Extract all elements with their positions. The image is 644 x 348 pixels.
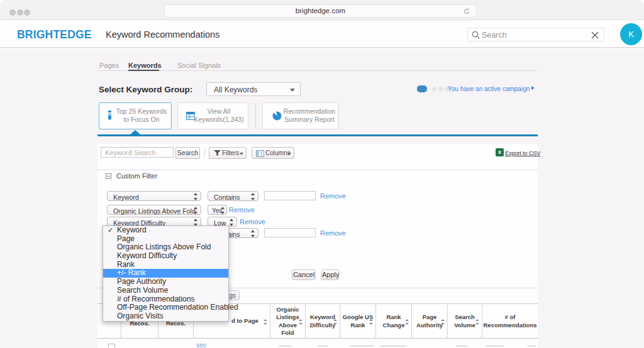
columns-icon — [256, 150, 264, 157]
filter-row2-field-select[interactable]: Organic Listings Above Fold — [107, 205, 201, 215]
filter-row1-operator-select[interactable]: Contains — [208, 191, 258, 201]
columns-button[interactable]: Columns — [252, 147, 294, 159]
menu-item-plus-minus-rank[interactable]: +/- Rank — [103, 269, 228, 278]
sort-icon[interactable] — [441, 319, 445, 325]
search-icon — [472, 31, 480, 40]
menu-item-num-recommendations[interactable]: # of Recommendations — [103, 295, 228, 304]
sort-icon[interactable] — [299, 319, 303, 325]
filter-row3-remove-link[interactable]: Remove — [240, 218, 265, 226]
app-header: BRIGHTEDGE Keyword Recommendations Searc… — [0, 21, 644, 48]
reload-icon[interactable] — [463, 8, 470, 15]
menu-item-keyword[interactable]: ✓Keyword — [103, 226, 228, 235]
content-area: Pages Keywords Social Signals Select Key… — [0, 48, 644, 348]
sort-icon[interactable] — [333, 319, 338, 325]
row-fragment — [456, 345, 469, 347]
keyword-search-input[interactable] — [101, 147, 174, 158]
campaign-dot-1 — [432, 87, 436, 91]
summary-report-button[interactable]: Recommendation Summary Report — [262, 102, 338, 129]
filter-row2-operator-select[interactable]: Yes — [208, 205, 227, 215]
filters-button[interactable]: Filters — [209, 147, 247, 159]
check-icon: ✓ — [108, 226, 113, 235]
focus-keywords-icon — [106, 111, 113, 122]
filter-row4-value-input[interactable] — [264, 228, 316, 237]
filter-row1-remove-link[interactable]: Remove — [320, 192, 346, 200]
active-section-arrow — [130, 130, 140, 134]
filter-icon — [214, 150, 221, 156]
filter-row2-field-value: Organic Listings Above Fold — [113, 207, 196, 215]
menu-item-organic-visits[interactable]: Organic Visits — [103, 312, 228, 321]
window-minimize-button[interactable] — [17, 9, 23, 16]
active-tab-underline — [128, 70, 159, 71]
field-dropdown-menu: ✓Keyword Page Organic Listings Above Fol… — [103, 226, 229, 322]
sort-icon[interactable] — [405, 319, 409, 325]
row-checkbox[interactable] — [108, 344, 115, 348]
columns-button-label: Columns — [265, 150, 290, 156]
cancel-button[interactable]: Cancel — [292, 269, 316, 280]
tab-keywords[interactable]: Keywords — [128, 62, 162, 69]
top-25-keywords-button[interactable]: Top 25 Keywords to Focus On — [99, 102, 172, 129]
header-search-box[interactable]: Search — [467, 28, 604, 41]
keyword-group-select[interactable]: All Keywords — [206, 82, 301, 96]
column-header-rank-change[interactable]: Rank Change — [375, 304, 411, 339]
excel-icon: x — [496, 148, 504, 156]
view-all-keywords-label: View All Keywords(1,343) — [192, 107, 245, 124]
menu-item-rank[interactable]: Rank — [103, 261, 228, 269]
sort-icon[interactable] — [264, 319, 268, 325]
column-header-num-recommendations[interactable]: # of Recommendations — [482, 304, 538, 339]
window-zoom-button[interactable] — [24, 9, 30, 16]
filter-row1-value-input[interactable] — [264, 191, 316, 200]
column-header-keyword-difficulty[interactable]: Keyword Difficulty — [305, 304, 340, 339]
column-header-google-us-rank[interactable]: Google US Rank — [340, 304, 375, 339]
search-button[interactable]: Search — [175, 147, 200, 159]
menu-item-organic-listings[interactable]: Organic Listings Above Fold — [103, 243, 228, 252]
filter-row1-operator-stepper-icon — [250, 193, 256, 200]
tab-social-signals[interactable]: Social Signals — [177, 62, 221, 69]
row-fragment — [279, 345, 292, 347]
keyword-group-label: Select Keyword Group: — [99, 85, 192, 94]
screen: brightedge.com BRIGHTEDGE Keyword Recomm… — [0, 0, 644, 348]
menu-item-off-page-enabled[interactable]: Off-Page Recommendation Enabled — [103, 303, 228, 312]
view-all-keywords-button[interactable]: View All Keywords(1,343) — [177, 102, 248, 129]
campaign-dot-2 — [438, 87, 443, 91]
export-to-csv-link[interactable]: Export to CSV — [505, 150, 540, 156]
apply-button[interactable]: Apply — [321, 269, 339, 280]
campaign-toggle[interactable] — [417, 85, 427, 92]
filter-row2-operator-stepper-icon — [220, 207, 226, 214]
header-search-placeholder: Search — [482, 31, 507, 40]
filter-row2-field-stepper-icon — [193, 207, 199, 214]
keyword-group-value: All Keywords — [214, 85, 257, 94]
filter-row4-operator-stepper-icon — [250, 230, 256, 237]
menu-item-keyword-difficulty[interactable]: Keyword Difficulty — [103, 252, 228, 261]
menu-item-page-authority[interactable]: Page Authority — [103, 278, 228, 286]
top-25-keywords-label: Top 25 Keywords to Focus On — [113, 107, 170, 124]
close-icon[interactable] — [591, 31, 599, 40]
browser-chrome: brightedge.com — [0, 0, 644, 20]
section-blue-line — [97, 134, 538, 136]
toolbar-separator — [97, 170, 538, 170]
sort-icon[interactable] — [475, 319, 480, 325]
avatar[interactable]: K — [620, 23, 642, 45]
menu-item-page[interactable]: Page — [103, 235, 228, 244]
columns-caret-icon — [287, 153, 291, 155]
column-header-organic-listings[interactable]: Organic Listings Above Fold — [270, 304, 305, 339]
filter-row2-remove-link[interactable]: Remove — [229, 206, 255, 214]
view-buttons-divider — [255, 103, 256, 129]
filter-row4-remove-link[interactable]: Remove — [320, 229, 346, 237]
filters-button-label: Filters — [222, 150, 239, 156]
brightedge-logo[interactable]: BRIGHTEDGE — [17, 28, 92, 41]
row-page-link[interactable]: seo — [196, 342, 206, 348]
filter-row1-field-select[interactable]: Keyword — [107, 191, 201, 201]
window-close-button[interactable] — [9, 9, 16, 16]
collapse-icon[interactable] — [106, 173, 111, 179]
row-fragment — [379, 345, 407, 347]
column-header-page-authority[interactable]: Page Authority — [411, 304, 447, 339]
sort-icon[interactable] — [369, 319, 374, 325]
filter-row1-field-stepper-icon — [193, 193, 199, 200]
menu-item-search-volume[interactable]: Search Volume — [103, 286, 228, 295]
url-bar[interactable]: brightedge.com — [164, 4, 477, 18]
campaign-status-link[interactable]: You have an active campaign — [448, 85, 530, 92]
tab-pages[interactable]: Pages — [99, 62, 119, 69]
toolbar-divider — [204, 148, 205, 158]
column-header-search-volume[interactable]: Search Volume — [447, 304, 482, 339]
row-fragment — [486, 345, 504, 347]
